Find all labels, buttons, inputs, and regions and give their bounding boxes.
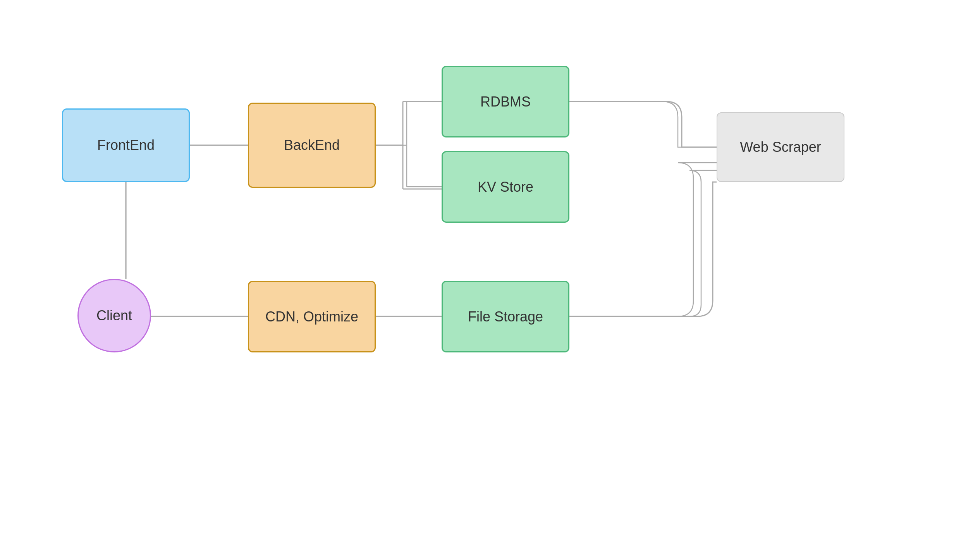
diagram-container: FrontEnd BackEnd RDBMS KV Store Web Scra… bbox=[0, 0, 980, 536]
rdbms-node[interactable]: RDBMS bbox=[442, 66, 569, 137]
webscraper-node[interactable]: Web Scraper bbox=[717, 112, 844, 182]
client-label: Client bbox=[96, 308, 132, 324]
kvstore-node[interactable]: KV Store bbox=[442, 151, 569, 223]
cdn-label: CDN, Optimize bbox=[265, 309, 358, 325]
webscraper-label: Web Scraper bbox=[740, 139, 821, 155]
rdbms-label: RDBMS bbox=[480, 94, 531, 110]
frontend-label: FrontEnd bbox=[97, 137, 155, 153]
backend-label: BackEnd bbox=[284, 137, 340, 153]
filestorage-node[interactable]: File Storage bbox=[442, 281, 569, 352]
backend-node[interactable]: BackEnd bbox=[248, 103, 376, 188]
frontend-node[interactable]: FrontEnd bbox=[62, 108, 190, 182]
filestorage-label: File Storage bbox=[468, 309, 543, 325]
kvstore-label: KV Store bbox=[478, 179, 533, 195]
cdn-node[interactable]: CDN, Optimize bbox=[248, 281, 376, 352]
client-node[interactable]: Client bbox=[77, 279, 151, 352]
